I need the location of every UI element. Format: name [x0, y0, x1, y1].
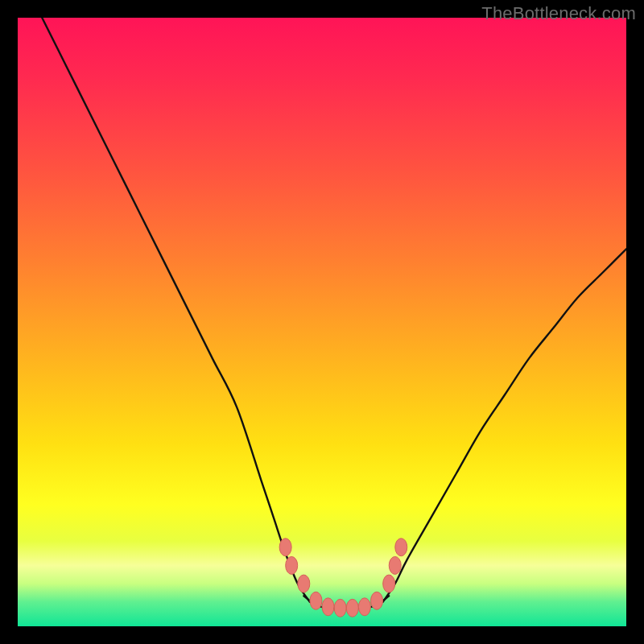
valley-marker: [334, 599, 346, 617]
valley-marker: [298, 575, 310, 592]
valley-marker: [383, 575, 395, 592]
curve-right-curve: [383, 249, 626, 601]
valley-marker: [279, 539, 291, 556]
valley-marker: [286, 556, 298, 574]
valley-marker: [310, 592, 322, 609]
valley-marker: [395, 539, 407, 556]
valley-marker: [389, 556, 401, 574]
valley-marker: [371, 592, 383, 609]
watermark-text: TheBottleneck.com: [481, 3, 636, 24]
marker-layer: [279, 539, 407, 617]
curve-left-curve: [42, 18, 310, 602]
valley-marker: [322, 598, 334, 616]
curve-layer: [42, 18, 626, 609]
chart-svg: [18, 18, 626, 626]
chart-frame: [18, 18, 626, 626]
valley-marker: [358, 598, 370, 616]
valley-marker: [346, 599, 358, 617]
